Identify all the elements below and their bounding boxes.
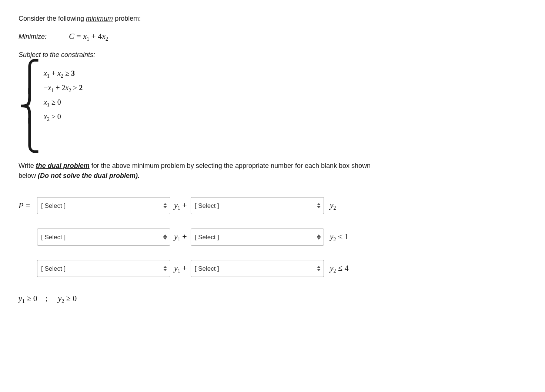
minimize-row: Minimize: C = x1 + 4x2 [19, 31, 389, 42]
row2-suffix: y2 ≤ 1 [330, 232, 349, 243]
dual-row2-select1[interactable]: [ Select ] −1 1 2 3 4 [37, 229, 170, 246]
dual-row2-select1-input[interactable]: [ Select ] −1 1 2 3 4 [41, 234, 166, 241]
dual-row-2: [ Select ] −1 1 2 3 4 y1 + [ Select ] −1… [19, 223, 389, 251]
no-solve-text: (Do not solve the dual problem). [38, 172, 140, 179]
row1-suffix: y2 [330, 200, 336, 211]
row1-prefix: P = [19, 201, 33, 210]
dual-row1-select1-input[interactable]: [ Select ] −1 1 2 3 4 [41, 202, 166, 209]
dual-row-1: P = [ Select ] −1 1 2 3 4 y1 + [ Select … [19, 192, 389, 220]
objective-equation: C = x1 + 4x2 [69, 31, 108, 42]
row3-y1-label: y1 + [174, 263, 187, 274]
subject-label: Subject to the constraints: [19, 51, 389, 59]
dual-row3-select2[interactable]: [ Select ] −1 1 2 3 4 [191, 260, 324, 277]
dual-row3-select2-input[interactable]: [ Select ] −1 1 2 3 4 [195, 265, 320, 272]
nonnegativity-conditions: y1 ≥ 0 ; y2 ≥ 0 [19, 294, 389, 304]
intro-text-before: Consider the following [19, 15, 86, 22]
dual-problem-link: the dual problem [36, 162, 90, 169]
intro-text-after: problem: [113, 15, 141, 22]
constraints-list: x1 + x2 ≥ 3 −x1 + 2x2 ≥ 2 x1 ≥ 0 x2 ≥ 0 [44, 65, 83, 124]
constraint-2: −x1 + 2x2 ≥ 2 [44, 81, 83, 95]
constraints-block: ⎧⎨⎩ x1 + x2 ≥ 3 −x1 + 2x2 ≥ 2 x1 ≥ 0 x2 … [19, 65, 389, 151]
dual-row3-select1[interactable]: [ Select ] −1 1 2 3 4 [37, 260, 170, 277]
constraint-1: x1 + x2 ≥ 3 [44, 67, 83, 81]
intro-underline: minimum [86, 15, 113, 22]
dual-row1-select2-input[interactable]: [ Select ] −1 1 2 3 4 [195, 202, 320, 209]
dual-row1-select1[interactable]: [ Select ] −1 1 2 3 4 [37, 197, 170, 214]
dual-row2-select2-input[interactable]: [ Select ] −1 1 2 3 4 [195, 234, 320, 241]
constraint-3: x1 ≥ 0 [44, 96, 83, 109]
brace-symbol: ⎧⎨⎩ [19, 62, 41, 151]
write-instruction: Write the dual problem for the above min… [19, 161, 389, 181]
dual-row3-select1-input[interactable]: [ Select ] −1 1 2 3 4 [41, 265, 166, 272]
dual-row1-select2[interactable]: [ Select ] −1 1 2 3 4 [191, 197, 324, 214]
dual-row2-select2[interactable]: [ Select ] −1 1 2 3 4 [191, 229, 324, 246]
constraint-4: x2 ≥ 0 [44, 110, 83, 124]
row3-suffix: y2 ≤ 4 [330, 263, 349, 274]
write-part1: Write [19, 162, 36, 169]
row2-y1-label: y1 + [174, 232, 187, 243]
dual-row-3: [ Select ] −1 1 2 3 4 y1 + [ Select ] −1… [19, 255, 389, 283]
dual-section: P = [ Select ] −1 1 2 3 4 y1 + [ Select … [19, 192, 389, 283]
minimize-label: Minimize: [19, 33, 47, 41]
row1-y1-label: y1 + [174, 200, 187, 211]
intro-paragraph: Consider the following minimum problem: [19, 15, 389, 23]
